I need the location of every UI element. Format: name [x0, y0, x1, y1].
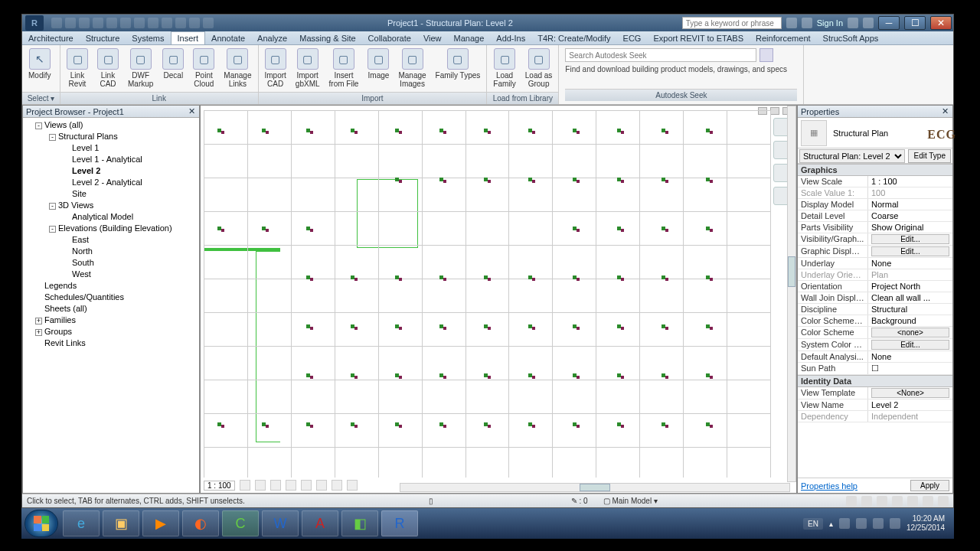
sign-in-link[interactable]: Sign In — [817, 18, 843, 28]
prop-dependency[interactable]: DependencyIndependent — [798, 411, 952, 422]
ribbon-tab-structure[interactable]: Structure — [80, 31, 126, 44]
ribbon-tab-insert[interactable]: Insert — [171, 31, 206, 44]
prop-scale-value-[interactable]: Scale Value 1:100 — [798, 187, 952, 199]
prop-underlay-orient-[interactable]: Underlay Orient...Plan — [798, 269, 952, 281]
seek-search-input[interactable] — [565, 48, 756, 62]
ribbon-tab-collaborate[interactable]: Collaborate — [362, 31, 417, 44]
ribbon-manage-images-button[interactable]: ▢ManageImages — [394, 47, 430, 90]
column-marker[interactable] — [662, 422, 669, 430]
ribbon-tab-architecture[interactable]: Architecture — [22, 31, 80, 44]
prop-underlay[interactable]: UnderlayNone — [798, 258, 952, 269]
reveal-icon[interactable] — [347, 480, 358, 491]
system-clock[interactable]: 10:20 AM12/25/2014 — [906, 514, 951, 533]
ribbon-link-cad-button[interactable]: ▢LinkCAD — [93, 47, 123, 90]
column-marker[interactable] — [306, 276, 314, 283]
view-scale[interactable]: 1 : 100 — [204, 481, 235, 491]
tray-chevron-icon[interactable]: ▴ — [829, 520, 833, 528]
column-marker[interactable] — [528, 422, 536, 430]
tree-south[interactable]: South — [24, 257, 198, 269]
hide-icon[interactable] — [332, 480, 342, 491]
tree-level-2[interactable]: Level 2 — [24, 165, 198, 177]
column-marker[interactable] — [706, 178, 714, 185]
vertical-scrollbar[interactable] — [787, 106, 796, 482]
column-marker[interactable] — [617, 324, 625, 332]
apply-button[interactable]: Apply — [910, 480, 949, 491]
ribbon-insert-from-file-button[interactable]: ▢Insertfrom File — [325, 47, 364, 90]
column-marker[interactable] — [262, 129, 270, 136]
column-marker[interactable] — [617, 227, 625, 234]
column-marker[interactable] — [617, 129, 625, 136]
workset-dropdown[interactable]: ▢ Main Model ▾ — [603, 497, 658, 505]
column-marker[interactable] — [395, 373, 403, 381]
column-marker[interactable] — [617, 178, 625, 185]
column-marker[interactable] — [439, 422, 447, 430]
select-panel-title[interactable]: Select ▾ — [22, 92, 60, 104]
prop-wall-join-display[interactable]: Wall Join DisplayClean all wall ... — [798, 292, 952, 304]
taskbar-autocad[interactable]: A — [302, 510, 338, 536]
instance-selector[interactable]: Structural Plan: Level 2 — [799, 149, 905, 163]
column-marker[interactable] — [662, 227, 669, 234]
ribbon-tab-export-revit-to-etabs[interactable]: Export REVIT to ETABS — [647, 31, 750, 44]
tray-flag-icon[interactable] — [839, 518, 850, 529]
close-button[interactable]: ✕ — [930, 16, 952, 30]
column-marker[interactable] — [395, 324, 403, 332]
ribbon-tab-annotate[interactable]: Annotate — [205, 31, 251, 44]
ribbon-tab-systems[interactable]: Systems — [126, 31, 170, 44]
ribbon-manage-links-button[interactable]: ▢ManageLinks — [219, 47, 256, 90]
taskbar-app[interactable]: ◧ — [341, 510, 378, 536]
column-marker[interactable] — [573, 373, 580, 381]
ribbon-tab-massing-site[interactable]: Massing & Site — [293, 31, 361, 44]
column-marker[interactable] — [528, 276, 536, 283]
column-marker[interactable] — [484, 324, 492, 332]
prop-orientation[interactable]: OrientationProject North — [798, 281, 952, 292]
column-marker[interactable] — [439, 324, 447, 332]
column-marker[interactable] — [706, 373, 714, 381]
qat-section-icon[interactable] — [175, 18, 186, 28]
ribbon-load-family-button[interactable]: ▢LoadFamily — [488, 47, 520, 90]
ribbon-import-cad-button[interactable]: ▢ImportCAD — [260, 47, 291, 90]
column-marker[interactable] — [573, 227, 580, 234]
project-browser-close-icon[interactable]: ✕ — [187, 106, 196, 116]
column-marker[interactable] — [662, 276, 669, 283]
ribbon-tab-strucsoft-apps[interactable]: StrucSoft Apps — [817, 31, 885, 44]
view-max-icon[interactable] — [770, 107, 779, 115]
ribbon-link-revit-button[interactable]: ▢LinkRevit — [62, 47, 93, 90]
ribbon-load-as-group-button[interactable]: ▢Load asGroup — [521, 47, 557, 90]
column-marker[interactable] — [706, 129, 714, 136]
ribbon-point-cloud-button[interactable]: ▢PointCloud — [188, 47, 219, 90]
prop-detail-level[interactable]: Detail LevelCoarse — [798, 210, 952, 222]
qat-measure-icon[interactable] — [120, 18, 131, 28]
tree-schedules-quantities[interactable]: Schedules/Quantities — [24, 292, 198, 303]
column-marker[interactable] — [662, 129, 669, 136]
exchange-icon[interactable] — [848, 18, 858, 28]
drag-elements-icon[interactable] — [938, 496, 949, 507]
visual-style-icon[interactable] — [255, 480, 266, 491]
taskbar-ie[interactable]: e — [63, 510, 100, 536]
help-search-input[interactable] — [682, 17, 782, 29]
column-marker[interactable] — [439, 178, 447, 185]
tree-analytical-model[interactable]: Analytical Model — [24, 211, 198, 223]
tray-network-icon[interactable] — [873, 518, 884, 529]
column-marker[interactable] — [573, 422, 580, 430]
qat-undo-icon[interactable] — [79, 18, 90, 28]
column-marker[interactable] — [484, 178, 492, 185]
prop-system-color-s-[interactable]: System Color S...Edit... — [798, 339, 952, 351]
qat-redo-icon[interactable] — [93, 18, 103, 28]
qat-print-icon[interactable] — [106, 18, 117, 28]
column-marker[interactable] — [439, 373, 447, 381]
ribbon-tab-t-r-create-modify[interactable]: T4R: Create/Modify — [531, 31, 616, 44]
column-marker[interactable] — [706, 227, 714, 234]
ribbon-tab-ecg[interactable]: ECG — [617, 31, 648, 44]
horizontal-scrollbar[interactable] — [400, 483, 790, 492]
column-marker[interactable] — [217, 227, 225, 234]
seek-search-icon[interactable] — [760, 48, 773, 62]
tree-west[interactable]: West — [24, 269, 198, 280]
prop-color-scheme-l-[interactable]: Color Scheme L...Background — [798, 315, 952, 327]
tray-volume-icon[interactable] — [890, 518, 900, 529]
column-marker[interactable] — [439, 129, 447, 136]
ribbon-decal--button[interactable]: ▢Decal — [158, 47, 188, 81]
taskbar-word[interactable]: W — [262, 510, 299, 536]
column-marker[interactable] — [528, 129, 536, 136]
column-marker[interactable] — [484, 373, 492, 381]
tree-families[interactable]: +Families — [24, 315, 198, 326]
